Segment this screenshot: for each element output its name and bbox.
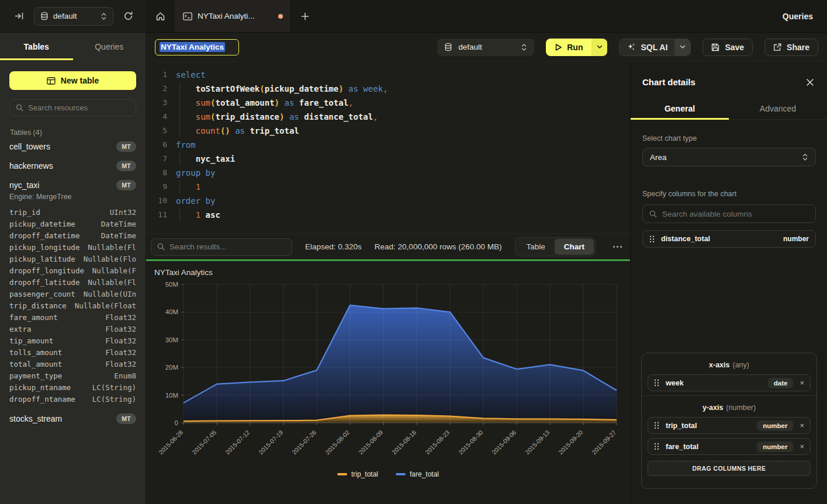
y-tick-label: 0 [175, 419, 178, 426]
code-token: toStartOfWeek [196, 84, 260, 93]
available-column-distance_total[interactable]: distance_totalnumber [642, 230, 816, 248]
column-name: tolls_amount [9, 347, 62, 359]
engine-badge: MT [116, 161, 136, 171]
table-item-stocks-stream[interactable]: stocks_stream MT [9, 409, 136, 428]
select-chevrons-icon [802, 153, 808, 161]
save-icon [711, 43, 719, 51]
remove-column-button[interactable]: × [800, 422, 804, 429]
new-table-button[interactable]: New table [9, 71, 136, 90]
column-type: DateTime [101, 218, 136, 230]
queries-button[interactable]: Queries [767, 12, 813, 21]
code-line: 9 1 [146, 180, 630, 194]
remove-column-button[interactable]: × [800, 379, 804, 387]
code-token: as [284, 98, 294, 107]
columns-search-input[interactable]: Search available columns [642, 204, 816, 223]
view-toggle: Table Chart [515, 237, 596, 256]
sql-editor[interactable]: 1select2 toStartOfWeek(pickup_datetime) … [146, 62, 630, 234]
x-tick-label: 2015-07-19 [257, 429, 285, 456]
sidebar-search-input[interactable]: Search resources [9, 99, 136, 116]
database-icon [444, 43, 452, 51]
line-number: 1 [146, 68, 167, 82]
table-item-hackernews[interactable]: hackernews MT [9, 156, 136, 175]
code-token [200, 210, 205, 220]
column-row: dropoff_ntanameLC(String) [9, 394, 136, 405]
collapse-sidebar-button[interactable] [12, 9, 27, 24]
database-selector-query[interactable]: default [437, 39, 534, 56]
view-toggle-table[interactable]: Table [517, 239, 554, 255]
table-item-nyc-taxi[interactable]: nyc_taxi MT [9, 175, 136, 194]
code-token: pickup_datetime [265, 84, 338, 93]
search-icon [16, 104, 23, 112]
tab-nytaxi-analytics[interactable]: NYTaxi Analyti... [175, 0, 291, 32]
new-tab-button[interactable] [291, 0, 319, 32]
code-token: ) [338, 84, 343, 93]
y-tick-label: 40M [165, 308, 178, 315]
close-icon [806, 78, 814, 86]
share-button[interactable]: Share [764, 39, 818, 56]
save-button[interactable]: Save [703, 39, 753, 56]
sql-ai-options-button[interactable] [674, 39, 690, 55]
sidebar-tab-tables[interactable]: Tables [0, 33, 73, 60]
search-icon [157, 243, 165, 251]
column-row: passenger_countNullable(UIn [9, 289, 136, 300]
x-axis-header: x-axis(any) [642, 353, 816, 369]
available-columns-list: distance_totalnumber [642, 230, 816, 248]
code-token: fare_total [299, 98, 348, 107]
sidebar: Tables Queries New table Search resource… [0, 33, 146, 504]
chevron-down-icon [597, 45, 603, 49]
sql-ai-button-group: SQL AI [619, 39, 691, 56]
results-search-input[interactable]: Search results... [151, 238, 292, 256]
column-type: Float32 [105, 324, 136, 335]
nyc-taxi-column-list: trip_idUInt32pickup_datetimeDateTimedrop… [9, 207, 136, 405]
column-name: pickup_datetime [9, 218, 75, 230]
x-axis-item-week[interactable]: weekdate× [648, 374, 811, 391]
code-token [299, 112, 304, 121]
y-tick-label: 20M [165, 364, 178, 371]
tab-home[interactable] [146, 0, 175, 32]
code-token: distance_total [304, 112, 373, 121]
table-name: nyc_taxi [9, 180, 39, 190]
remove-column-button[interactable]: × [800, 443, 804, 450]
main-area: 1select2 toStartOfWeek(pickup_datetime) … [146, 62, 630, 504]
run-button[interactable]: Run [546, 39, 591, 56]
column-name: distance_total [661, 235, 710, 243]
chart-type-label: Select chart type [642, 134, 816, 142]
refresh-button[interactable] [120, 9, 136, 24]
x-tick-label: 2015-07-26 [290, 429, 318, 456]
code-line: 3 sum(total_amount) as fare_total, [146, 96, 630, 110]
code-token: as [235, 126, 245, 135]
column-name: fare_total [666, 443, 698, 451]
chart-type-select[interactable]: Area [642, 148, 816, 166]
database-selector-topbar[interactable]: default [34, 7, 113, 26]
legend-item-trip_total[interactable]: trip_total [337, 470, 378, 478]
columns-label: Specify columns for the chart [642, 190, 816, 198]
view-toggle-chart[interactable]: Chart [555, 239, 594, 255]
topbar-right: Queries [767, 0, 827, 32]
table-item-cell-towers[interactable]: cell_towers MT [9, 137, 136, 156]
legend-label: trip_total [351, 470, 378, 478]
close-panel-button[interactable] [806, 78, 814, 86]
query-title-input[interactable]: NYTaxi Analytics [155, 39, 239, 55]
chart-details-title: Chart details [642, 77, 695, 87]
column-name: dropoff_longitude [9, 265, 84, 277]
results-more-button[interactable] [613, 246, 622, 248]
chart-details-body: Select chart type Area Specify columns f… [631, 134, 827, 248]
sidebar-tab-queries[interactable]: Queries [73, 33, 146, 60]
code-token: week [363, 84, 383, 93]
query-tab-icon [183, 12, 192, 20]
y-axis-item-trip_total[interactable]: trip_totalnumber× [648, 417, 811, 434]
column-type: Float32 [105, 359, 136, 370]
legend-item-fare_total[interactable]: fare_total [396, 470, 439, 478]
code-content: nyc_taxi [167, 152, 235, 166]
column-name: passenger_count [9, 289, 75, 300]
columns-search-placeholder: Search available columns [662, 210, 752, 218]
sql-ai-button[interactable]: SQL AI [620, 39, 674, 55]
topbar-left: default [0, 0, 146, 32]
tab-general[interactable]: General [631, 100, 729, 119]
run-options-button[interactable] [591, 39, 607, 56]
tab-advanced[interactable]: Advanced [729, 100, 827, 119]
drag-handle-icon [654, 422, 659, 429]
drop-zone[interactable]: DRAG COLUMNS HERE [648, 461, 811, 476]
y-axis-item-fare_total[interactable]: fare_totalnumber× [648, 438, 811, 455]
column-name: dropoff_ntaname [9, 394, 75, 405]
